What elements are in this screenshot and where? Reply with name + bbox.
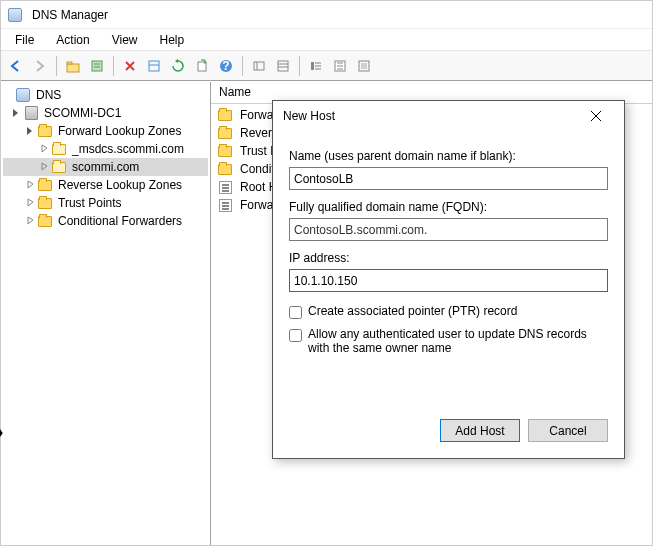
dialog-close-button[interactable] — [576, 102, 616, 130]
properties-button[interactable] — [86, 55, 108, 77]
extra-button[interactable] — [353, 55, 375, 77]
auth-checkbox[interactable] — [289, 329, 302, 342]
properties-icon — [90, 59, 104, 73]
svg-rect-1 — [67, 62, 72, 64]
svg-rect-15 — [311, 62, 314, 70]
expander-icon[interactable] — [39, 143, 51, 155]
delete-icon — [123, 59, 137, 73]
tree-tp[interactable]: Trust Points — [3, 194, 208, 212]
dns-root-icon — [15, 87, 31, 103]
tree-flz-label: Forward Lookup Zones — [56, 124, 183, 138]
ip-address-input[interactable] — [289, 269, 608, 292]
extra-icon — [357, 59, 371, 73]
up-button[interactable] — [62, 55, 84, 77]
menubar: File Action View Help — [1, 29, 652, 51]
auth-checkbox-label: Allow any authenticated user to update D… — [308, 327, 608, 355]
fqdn-input — [289, 218, 608, 241]
delete-button[interactable] — [119, 55, 141, 77]
expander-icon[interactable] — [25, 197, 37, 209]
tree-scommi-label: scommi.com — [70, 160, 141, 174]
svg-rect-24 — [361, 63, 367, 69]
svg-rect-10 — [254, 62, 264, 70]
tree-server[interactable]: SCOMMI-DC1 — [3, 104, 208, 122]
zone-icon — [51, 141, 67, 157]
add-host-button[interactable]: Add Host — [440, 419, 520, 442]
hints-icon — [217, 179, 233, 195]
tree-tp-label: Trust Points — [56, 196, 124, 210]
folder-icon — [37, 195, 53, 211]
expander-icon[interactable] — [25, 125, 37, 137]
expander-icon[interactable] — [11, 107, 23, 119]
back-button[interactable] — [5, 55, 27, 77]
server-icon — [23, 105, 39, 121]
expander-icon[interactable] — [25, 215, 37, 227]
svg-rect-12 — [278, 61, 288, 71]
forward-arrow-icon — [33, 59, 47, 73]
tree-scommi[interactable]: scommi.com — [3, 158, 208, 176]
tree-pane[interactable]: DNS SCOMMI-DC1 Forward Lookup Zones _msd… — [1, 82, 211, 545]
menu-file[interactable]: File — [5, 30, 44, 50]
dialog-title: New Host — [283, 109, 335, 123]
refresh-button[interactable] — [167, 55, 189, 77]
detail-view-icon — [309, 59, 323, 73]
label-fqdn: Fully qualified domain name (FQDN): — [289, 200, 608, 214]
svg-rect-17 — [315, 65, 321, 67]
forward-button[interactable] — [29, 55, 51, 77]
tree-flz[interactable]: Forward Lookup Zones — [3, 122, 208, 140]
tree-root-label: DNS — [34, 88, 63, 102]
titlebar: DNS Manager — [1, 1, 652, 29]
menu-action[interactable]: Action — [46, 30, 99, 50]
tree-cf-label: Conditional Forwarders — [56, 214, 184, 228]
zone-icon — [51, 159, 67, 175]
folder-icon — [217, 161, 233, 177]
svg-rect-5 — [149, 61, 159, 71]
ptr-checkbox-label: Create associated pointer (PTR) record — [308, 304, 608, 318]
close-icon — [590, 110, 602, 122]
tree-server-label: SCOMMI-DC1 — [42, 106, 123, 120]
ptr-checkbox[interactable] — [289, 306, 302, 319]
tree-rlz-label: Reverse Lookup Zones — [56, 178, 184, 192]
tree-root-dns[interactable]: DNS — [3, 86, 208, 104]
list-view-icon — [276, 59, 290, 73]
tree-cf[interactable]: Conditional Forwarders — [3, 212, 208, 230]
svg-rect-18 — [315, 68, 321, 70]
svg-text:?: ? — [222, 59, 229, 73]
folder-icon — [37, 177, 53, 193]
filter-icon — [252, 59, 266, 73]
label-ip: IP address: — [289, 251, 608, 265]
detail-view-button[interactable] — [305, 55, 327, 77]
dialog-titlebar[interactable]: New Host — [273, 101, 624, 131]
name-input[interactable] — [289, 167, 608, 190]
app-icon — [7, 7, 23, 23]
ptr-checkbox-row[interactable]: Create associated pointer (PTR) record — [289, 304, 608, 319]
refresh-secondary-button[interactable] — [143, 55, 165, 77]
refresh-small-icon — [147, 59, 161, 73]
back-arrow-icon — [9, 59, 23, 73]
folder-icon — [217, 107, 233, 123]
menu-help[interactable]: Help — [150, 30, 195, 50]
svg-rect-16 — [315, 62, 321, 64]
help-button[interactable]: ? — [215, 55, 237, 77]
export-button[interactable] — [191, 55, 213, 77]
export-icon — [195, 59, 209, 73]
window-title: DNS Manager — [32, 8, 108, 22]
columns-button[interactable] — [329, 55, 351, 77]
up-folder-icon — [66, 59, 80, 73]
label-name: Name (uses parent domain name if blank): — [289, 149, 608, 163]
new-host-dialog: New Host Name (uses parent domain name i… — [272, 100, 625, 459]
expander-icon[interactable] — [25, 179, 37, 191]
auth-checkbox-row[interactable]: Allow any authenticated user to update D… — [289, 327, 608, 355]
column-name[interactable]: Name — [219, 85, 251, 99]
hints-icon — [217, 197, 233, 213]
toolbar: ? — [1, 51, 652, 81]
tree-rlz[interactable]: Reverse Lookup Zones — [3, 176, 208, 194]
cancel-button[interactable]: Cancel — [528, 419, 608, 442]
help-icon: ? — [219, 59, 233, 73]
folder-icon — [217, 125, 233, 141]
expander-icon[interactable] — [39, 161, 51, 173]
svg-rect-0 — [67, 64, 79, 72]
tree-msdcs[interactable]: _msdcs.scommi.com — [3, 140, 208, 158]
filter-button[interactable] — [248, 55, 270, 77]
list-view-button[interactable] — [272, 55, 294, 77]
menu-view[interactable]: View — [102, 30, 148, 50]
